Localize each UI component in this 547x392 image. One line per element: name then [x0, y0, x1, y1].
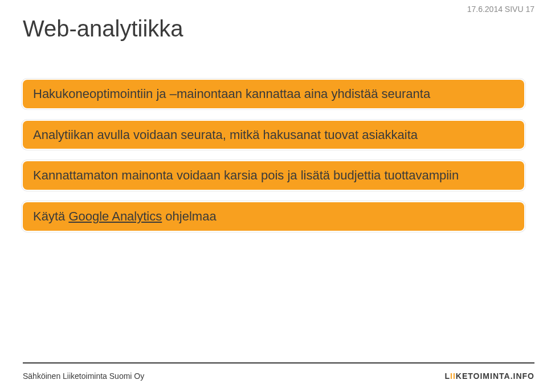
info-box: Hakukoneoptimointiin ja –mainontaan kann… [23, 80, 524, 108]
info-box-link: Käytä Google Analytics ohjelmaa [23, 202, 524, 231]
header-date-page: 17.6.2014 SIVU 17 [467, 5, 534, 14]
box-text-suffix: ohjelmaa [162, 209, 216, 223]
footer-company: Sähköinen Liiketoiminta Suomi Oy [23, 371, 144, 381]
google-analytics-link[interactable]: Google Analytics [68, 209, 162, 223]
box-text-prefix: Käytä [33, 209, 68, 223]
footer-brand: LIIKETOIMINTA.INFO [445, 371, 535, 381]
footer-brand-post: KETOIMINTA.INFO [456, 371, 534, 381]
content-boxes: Hakukoneoptimointiin ja –mainontaan kann… [23, 80, 524, 243]
info-box: Kannattamaton mainonta voidaan karsia po… [23, 161, 524, 190]
info-box: Analytiikan avulla voidaan seurata, mitk… [23, 121, 524, 149]
footer-brand-accent: II [450, 371, 456, 381]
footer-divider [23, 362, 534, 364]
page-title: Web-analytiikka [23, 16, 183, 42]
footer-brand-pre: L [445, 371, 451, 381]
